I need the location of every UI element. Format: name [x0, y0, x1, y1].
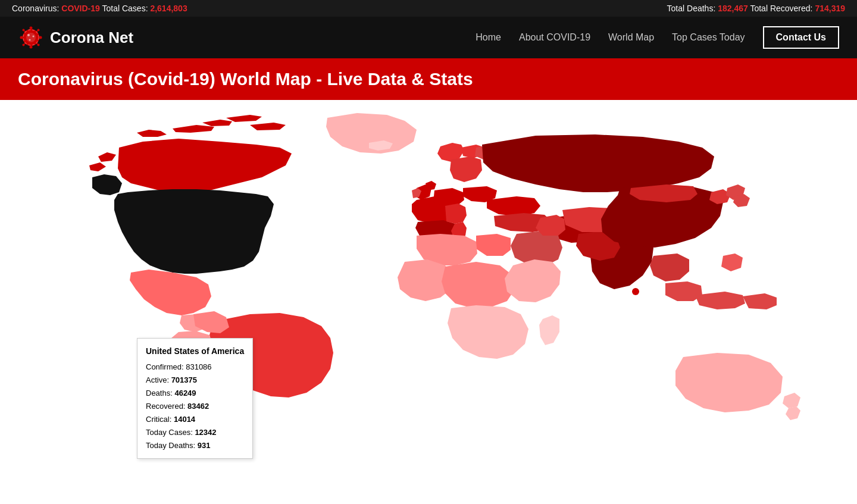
ticker-covid: COVID-19	[61, 4, 100, 13]
ticker-recovered-value: 714,319	[815, 4, 845, 13]
logo-icon	[18, 24, 44, 51]
ticker-recovered-label: Total Recovered:	[748, 4, 815, 13]
nav-about[interactable]: About COVID-19	[519, 32, 590, 43]
svg-point-20	[29, 39, 31, 41]
nav-worldmap[interactable]: World Map	[608, 32, 654, 43]
tooltip-country: United States of America	[146, 345, 244, 359]
svg-point-2	[30, 27, 33, 30]
ticker-deaths-label: Total Deaths:	[667, 4, 718, 13]
ticker-cases-value: 2,614,803	[150, 4, 187, 13]
svg-point-12	[37, 29, 40, 32]
tooltip-active: Active: 701375	[146, 374, 244, 387]
tooltip-today-deaths: Today Deaths: 931	[146, 439, 244, 452]
svg-point-19	[33, 36, 35, 37]
logo-text: Corona Net	[50, 29, 133, 47]
svg-point-16	[37, 44, 40, 46]
contact-button[interactable]: Contact Us	[763, 26, 839, 49]
ticker-bar: Coronavirus: COVID-19 Total Cases: 2,614…	[0, 0, 857, 17]
nav-home[interactable]: Home	[476, 32, 501, 43]
nav-links: Home About COVID-19 World Map Top Cases …	[476, 26, 839, 49]
ticker-deaths-value: 182,467	[718, 4, 748, 13]
tooltip-today-cases: Today Cases: 12342	[146, 426, 244, 439]
world-map-svg	[0, 100, 857, 487]
tooltip-confirmed: Confirmed: 831086	[146, 361, 244, 374]
svg-point-14	[23, 44, 25, 46]
logo-area: Corona Net	[18, 24, 476, 51]
svg-point-18	[27, 34, 30, 36]
tooltip-critical: Critical: 14014	[146, 413, 244, 426]
red-banner: Coronavirus (Covid-19) World Map - Live …	[0, 58, 857, 100]
country-tooltip: United States of America Confirmed: 8310…	[137, 338, 253, 459]
svg-point-10	[23, 29, 25, 32]
banner-title: Coronavirus (Covid-19) World Map - Live …	[18, 69, 839, 89]
tooltip-recovered: Recovered: 83462	[146, 400, 244, 413]
nav-topcases[interactable]: Top Cases Today	[672, 32, 745, 43]
tooltip-deaths: Deaths: 46249	[146, 387, 244, 400]
svg-point-1	[26, 33, 36, 42]
svg-point-6	[20, 36, 23, 39]
map-container: United States of America Confirmed: 8310…	[0, 100, 857, 487]
svg-point-25	[632, 288, 639, 295]
navbar: Corona Net Home About COVID-19 World Map…	[0, 17, 857, 58]
ticker-cases-label: Total Cases:	[100, 4, 151, 13]
svg-point-8	[39, 36, 42, 39]
ticker-left: Coronavirus:	[12, 4, 61, 13]
svg-point-4	[30, 46, 33, 49]
